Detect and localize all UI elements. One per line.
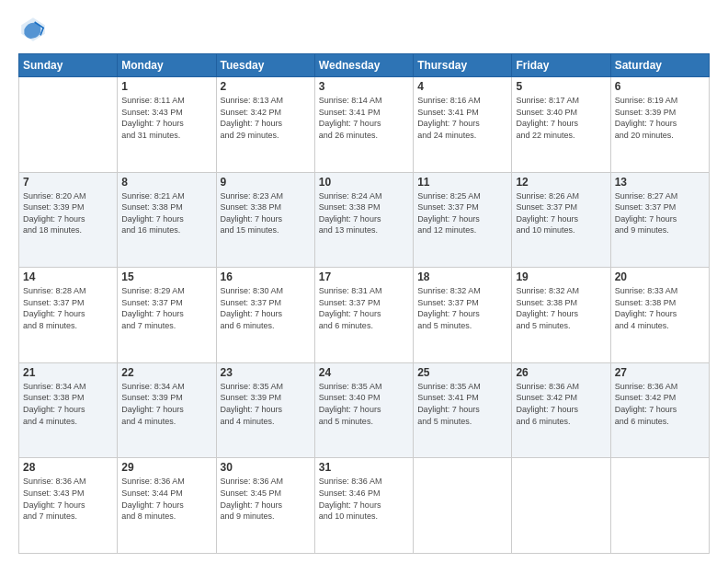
calendar-cell: 11Sunrise: 8:25 AMSunset: 3:37 PMDayligh… [414,172,512,268]
day-number: 29 [121,461,211,474]
sunset-text: Sunset: 3:37 PM [615,201,705,213]
daylight-text: Daylight: 7 hoursand 6 minutes. [319,308,409,331]
day-number: 19 [516,270,606,283]
weekday-wednesday: Wednesday [314,54,413,77]
day-info: Sunrise: 8:31 AMSunset: 3:37 PMDaylight:… [319,285,409,331]
calendar-cell: 31Sunrise: 8:36 AMSunset: 3:46 PMDayligh… [314,458,413,554]
calendar-cell: 10Sunrise: 8:24 AMSunset: 3:38 PMDayligh… [314,172,413,268]
day-number: 12 [516,176,606,189]
sunset-text: Sunset: 3:37 PM [417,201,507,213]
sunset-text: Sunset: 3:37 PM [221,297,311,309]
day-number: 4 [417,80,507,93]
day-info: Sunrise: 8:28 AMSunset: 3:37 PMDaylight:… [23,285,113,331]
daylight-text: Daylight: 7 hoursand 31 minutes. [121,118,211,141]
day-number: 8 [121,176,211,189]
sunrise-text: Sunrise: 8:36 AM [516,381,606,393]
sunset-text: Sunset: 3:38 PM [121,201,211,213]
day-info: Sunrise: 8:11 AMSunset: 3:43 PMDaylight:… [121,95,211,141]
day-number: 22 [121,366,211,379]
day-info: Sunrise: 8:32 AMSunset: 3:37 PMDaylight:… [417,285,507,331]
daylight-text: Daylight: 7 hoursand 5 minutes. [417,308,507,331]
daylight-text: Daylight: 7 hoursand 26 minutes. [319,118,409,141]
day-number: 28 [23,461,113,474]
sunset-text: Sunset: 3:41 PM [319,107,409,119]
calendar-cell: 25Sunrise: 8:35 AMSunset: 3:41 PMDayligh… [414,362,512,458]
sunset-text: Sunset: 3:42 PM [516,392,606,404]
weekday-tuesday: Tuesday [216,54,314,77]
day-info: Sunrise: 8:35 AMSunset: 3:39 PMDaylight:… [221,381,311,427]
daylight-text: Daylight: 7 hoursand 20 minutes. [615,118,705,141]
sunrise-text: Sunrise: 8:35 AM [319,381,409,393]
weekday-sunday: Sunday [19,54,118,77]
sunset-text: Sunset: 3:39 PM [221,392,311,404]
sunrise-text: Sunrise: 8:23 AM [221,190,311,202]
calendar-cell: 14Sunrise: 8:28 AMSunset: 3:37 PMDayligh… [19,268,118,363]
logo-icon [18,15,48,44]
sunrise-text: Sunrise: 8:14 AM [319,95,409,107]
day-number: 7 [23,176,113,189]
day-number: 11 [417,176,507,189]
page: SundayMondayTuesdayWednesdayThursdayFrid… [0,0,728,563]
sunrise-text: Sunrise: 8:26 AM [516,190,606,202]
daylight-text: Daylight: 7 hoursand 29 minutes. [221,118,311,141]
daylight-text: Daylight: 7 hoursand 5 minutes. [516,308,606,331]
day-info: Sunrise: 8:35 AMSunset: 3:40 PMDaylight:… [319,381,409,427]
calendar-cell [19,77,118,173]
weekday-header-row: SundayMondayTuesdayWednesdayThursdayFrid… [19,54,710,77]
sunrise-text: Sunrise: 8:34 AM [23,381,113,393]
calendar-cell: 24Sunrise: 8:35 AMSunset: 3:40 PMDayligh… [314,362,413,458]
day-info: Sunrise: 8:26 AMSunset: 3:37 PMDaylight:… [516,190,606,236]
day-number: 13 [615,176,705,189]
daylight-text: Daylight: 7 hoursand 6 minutes. [516,404,606,427]
calendar-week-2: 7Sunrise: 8:20 AMSunset: 3:39 PMDaylight… [19,172,710,268]
day-info: Sunrise: 8:16 AMSunset: 3:41 PMDaylight:… [417,95,507,141]
calendar-cell: 20Sunrise: 8:33 AMSunset: 3:38 PMDayligh… [610,268,709,363]
day-info: Sunrise: 8:20 AMSunset: 3:39 PMDaylight:… [23,190,113,236]
calendar-cell: 7Sunrise: 8:20 AMSunset: 3:39 PMDaylight… [19,172,118,268]
calendar-week-3: 14Sunrise: 8:28 AMSunset: 3:37 PMDayligh… [19,268,710,363]
day-number: 3 [319,80,409,93]
daylight-text: Daylight: 7 hoursand 16 minutes. [121,213,211,236]
daylight-text: Daylight: 7 hoursand 4 minutes. [121,404,211,427]
daylight-text: Daylight: 7 hoursand 13 minutes. [319,213,409,236]
calendar-cell: 8Sunrise: 8:21 AMSunset: 3:38 PMDaylight… [118,172,216,268]
sunset-text: Sunset: 3:41 PM [417,392,507,404]
calendar-cell: 9Sunrise: 8:23 AMSunset: 3:38 PMDaylight… [216,172,314,268]
sunset-text: Sunset: 3:38 PM [23,392,113,404]
calendar-week-4: 21Sunrise: 8:34 AMSunset: 3:38 PMDayligh… [19,362,710,458]
calendar-cell: 29Sunrise: 8:36 AMSunset: 3:44 PMDayligh… [118,458,216,554]
sunrise-text: Sunrise: 8:32 AM [417,285,507,297]
day-number: 5 [516,80,606,93]
daylight-text: Daylight: 7 hoursand 8 minutes. [23,308,113,331]
day-number: 14 [23,270,113,283]
sunrise-text: Sunrise: 8:20 AM [23,190,113,202]
day-info: Sunrise: 8:13 AMSunset: 3:42 PMDaylight:… [221,95,311,141]
daylight-text: Daylight: 7 hoursand 18 minutes. [23,213,113,236]
sunrise-text: Sunrise: 8:35 AM [417,381,507,393]
sunrise-text: Sunrise: 8:21 AM [121,190,211,202]
sunrise-text: Sunrise: 8:19 AM [615,95,705,107]
day-info: Sunrise: 8:25 AMSunset: 3:37 PMDaylight:… [417,190,507,236]
daylight-text: Daylight: 7 hoursand 12 minutes. [417,213,507,236]
day-number: 2 [221,80,311,93]
sunrise-text: Sunrise: 8:36 AM [221,476,311,488]
day-info: Sunrise: 8:36 AMSunset: 3:45 PMDaylight:… [221,476,311,522]
calendar-cell: 5Sunrise: 8:17 AMSunset: 3:40 PMDaylight… [512,77,610,173]
calendar-cell: 1Sunrise: 8:11 AMSunset: 3:43 PMDaylight… [118,77,216,173]
sunset-text: Sunset: 3:37 PM [516,201,606,213]
daylight-text: Daylight: 7 hoursand 9 minutes. [615,213,705,236]
sunrise-text: Sunrise: 8:29 AM [121,285,211,297]
daylight-text: Daylight: 7 hoursand 10 minutes. [319,500,409,523]
calendar-cell: 16Sunrise: 8:30 AMSunset: 3:37 PMDayligh… [216,268,314,363]
daylight-text: Daylight: 7 hoursand 4 minutes. [221,404,311,427]
day-info: Sunrise: 8:29 AMSunset: 3:37 PMDaylight:… [121,285,211,331]
calendar-cell: 26Sunrise: 8:36 AMSunset: 3:42 PMDayligh… [512,362,610,458]
sunset-text: Sunset: 3:38 PM [615,297,705,309]
day-info: Sunrise: 8:33 AMSunset: 3:38 PMDaylight:… [615,285,705,331]
sunset-text: Sunset: 3:39 PM [23,201,113,213]
sunset-text: Sunset: 3:39 PM [121,392,211,404]
sunrise-text: Sunrise: 8:30 AM [221,285,311,297]
day-number: 21 [23,366,113,379]
day-info: Sunrise: 8:23 AMSunset: 3:38 PMDaylight:… [221,190,311,236]
day-info: Sunrise: 8:34 AMSunset: 3:38 PMDaylight:… [23,381,113,427]
